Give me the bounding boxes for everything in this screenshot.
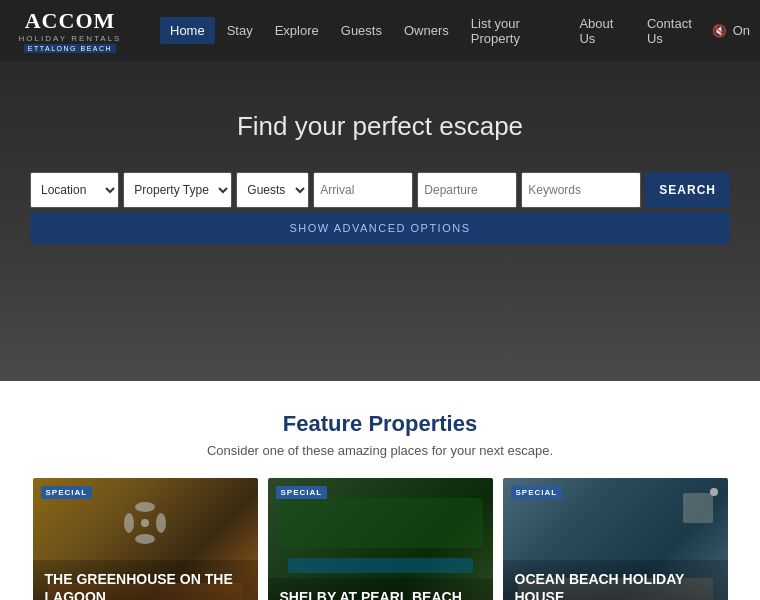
location-select[interactable]: Location <box>30 172 119 208</box>
card-overlay-2: SHELBY AT PEARL BEACH PEARL BEACH From $… <box>268 578 493 600</box>
navigation: ACCOM HOLIDAY RENTALS ETTALONG BEACH Hom… <box>0 0 760 61</box>
advanced-options-label: SHOW ADVANCED OPTIONS <box>289 222 470 234</box>
search-button[interactable]: SEARCH <box>645 172 730 208</box>
ceiling-fan-icon <box>115 493 175 553</box>
feature-section: Feature Properties Consider one of these… <box>0 381 760 600</box>
hero-title: Find your perfect escape <box>237 111 523 142</box>
svg-point-2 <box>156 513 166 533</box>
card-overlay-3: OCEAN BEACH HOLIDAY HOUSE UMINA BEACH Fr… <box>503 560 728 600</box>
special-badge-3: SPECIAL <box>511 486 563 499</box>
card-name-1: THE GREENHOUSE ON THE LAGOON <box>45 570 246 600</box>
search-bar: Location Property Type Guests SEARCH <box>30 172 730 208</box>
card-dot-3 <box>710 488 718 496</box>
card-name-3: OCEAN BEACH HOLIDAY HOUSE <box>515 570 716 600</box>
nav-right: 🔇 On <box>712 23 750 38</box>
svg-point-0 <box>141 519 149 527</box>
nav-list-property[interactable]: List your Property <box>461 10 568 52</box>
logo-badge: ETTALONG BEACH <box>24 44 116 53</box>
keywords-input[interactable] <box>521 172 641 208</box>
property-card-1[interactable]: SPECIAL THE GREENHOUSE ON THE LAGOON PEA… <box>33 478 258 600</box>
logo[interactable]: ACCOM HOLIDAY RENTALS ETTALONG BEACH <box>10 8 130 53</box>
nav-owners[interactable]: Owners <box>394 17 459 44</box>
nav-home[interactable]: Home <box>160 17 215 44</box>
property-card-3[interactable]: SPECIAL OCEAN BEACH HOLIDAY HOUSE UMINA … <box>503 478 728 600</box>
arrival-input[interactable] <box>313 172 413 208</box>
feature-subtitle: Consider one of these amazing places for… <box>20 443 740 458</box>
sound-label: On <box>733 23 750 38</box>
svg-point-4 <box>124 513 134 533</box>
nav-explore[interactable]: Explore <box>265 17 329 44</box>
card-overlay-1: THE GREENHOUSE ON THE LAGOON PEARL BEACH… <box>33 560 258 600</box>
hero-section: Find your perfect escape Location Proper… <box>0 61 760 381</box>
advanced-options-bar[interactable]: SHOW ADVANCED OPTIONS <box>30 212 730 244</box>
special-badge-2: SPECIAL <box>276 486 328 499</box>
nav-about[interactable]: About Us <box>569 10 635 52</box>
card-name-2: SHELBY AT PEARL BEACH <box>280 588 481 600</box>
svg-point-1 <box>135 502 155 512</box>
logo-sub: HOLIDAY RENTALS <box>19 34 122 43</box>
nav-links: Home Stay Explore Guests Owners List you… <box>160 10 712 52</box>
property-type-select[interactable]: Property Type <box>123 172 232 208</box>
logo-main: ACCOM <box>25 8 116 34</box>
feature-title: Feature Properties <box>20 411 740 437</box>
property-card-2[interactable]: SPECIAL SHELBY AT PEARL BEACH PEARL BEAC… <box>268 478 493 600</box>
departure-input[interactable] <box>417 172 517 208</box>
property-cards: SPECIAL THE GREENHOUSE ON THE LAGOON PEA… <box>20 478 740 600</box>
nav-guests[interactable]: Guests <box>331 17 392 44</box>
guests-select[interactable]: Guests <box>236 172 309 208</box>
sound-icon[interactable]: 🔇 <box>712 24 727 38</box>
special-badge-1: SPECIAL <box>41 486 93 499</box>
nav-contact[interactable]: Contact Us <box>637 10 712 52</box>
svg-point-3 <box>135 534 155 544</box>
nav-stay[interactable]: Stay <box>217 17 263 44</box>
